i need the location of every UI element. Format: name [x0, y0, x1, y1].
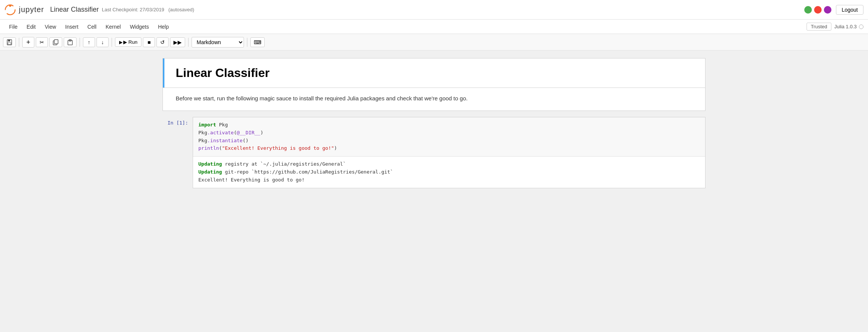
output-line-2: Updating git-repo `https://github.com/Ju…: [198, 168, 700, 176]
description-text: Before we start, run the following magic…: [176, 94, 692, 103]
svg-rect-3: [8, 40, 10, 42]
menu-view[interactable]: View: [40, 22, 61, 32]
toolbar-sep-5: [247, 38, 247, 47]
restart-button[interactable]: ↺: [156, 37, 169, 47]
menu-cell[interactable]: Cell: [83, 22, 101, 32]
purple-dot: [824, 6, 831, 14]
green-dot: [804, 6, 812, 14]
jupyter-wordmark: jupyter: [19, 5, 44, 14]
kw-import: import: [198, 122, 216, 128]
description-cell: Before we start, run the following magic…: [163, 88, 705, 111]
fast-forward-icon: ▶▶: [173, 39, 182, 45]
code-cell: import Pkg Pkg.activate(@__DIR__) Pkg.in…: [193, 117, 705, 188]
paste-icon: [67, 39, 73, 45]
arrow-up-icon: ↑: [88, 39, 90, 45]
menu-help[interactable]: Help: [153, 22, 173, 32]
svg-point-1: [9, 5, 11, 7]
add-icon: +: [26, 39, 31, 46]
logout-button[interactable]: Logout: [836, 5, 863, 15]
save-icon: [6, 39, 12, 45]
menu-insert[interactable]: Insert: [61, 22, 83, 32]
run-button[interactable]: ▶ ▶ Run: [115, 37, 141, 47]
toolbar-sep-2: [80, 38, 80, 47]
fast-forward-button[interactable]: ▶▶: [170, 37, 185, 47]
code-input[interactable]: import Pkg Pkg.activate(@__DIR__) Pkg.in…: [193, 117, 705, 157]
code-line-3: Pkg.instantiate(): [198, 137, 700, 145]
keyboard-shortcuts-button[interactable]: ⌨: [250, 37, 265, 47]
kernel-info: Julia 1.0.3: [834, 24, 863, 29]
topbar: jupyter Linear Classifier Last Checkpoin…: [0, 0, 868, 20]
jupyter-logo-icon: [5, 4, 16, 15]
menubar: File Edit View Insert Cell Kernel Widget…: [0, 20, 868, 34]
copy-icon: [53, 39, 59, 45]
code-line-2: Pkg.activate(@__DIR__): [198, 129, 700, 137]
heading-cell-content: Linear Classifier: [163, 58, 705, 88]
keyboard-icon: ⌨: [254, 39, 261, 45]
svg-rect-4: [8, 43, 11, 45]
main-content: Linear Classifier Before we start, run t…: [0, 51, 868, 332]
kernel-name: Julia 1.0.3: [834, 24, 857, 29]
logo-area: jupyter: [5, 4, 44, 15]
notebook-title: Linear Classifier: [50, 6, 99, 14]
code-line-4: println("Excellent! Everything is good t…: [198, 144, 700, 152]
move-down-button[interactable]: ↓: [97, 37, 109, 47]
menu-widgets[interactable]: Widgets: [125, 22, 153, 32]
markdown-heading-cell: Linear Classifier: [163, 58, 705, 88]
trusted-badge[interactable]: Trusted: [807, 23, 831, 31]
notebook-heading: Linear Classifier: [176, 66, 694, 80]
toolbar-sep-3: [112, 38, 112, 47]
cut-cell-button[interactable]: ✂: [36, 37, 48, 47]
kernel-status-circle: [859, 25, 863, 29]
cut-icon: ✂: [40, 39, 44, 45]
red-dot: [814, 6, 822, 14]
output-line-1: Updating registry at `~/.julia/registrie…: [198, 160, 700, 168]
checkpoint-info: Last Checkpoint: 27/03/2019 (autosaved): [102, 7, 194, 12]
menu-edit[interactable]: Edit: [22, 22, 40, 32]
toolbar: + ✂ ↑ ↓ ▶ ▶ Run ■ ↺ ▶▶ Markdown Code Ra: [0, 34, 868, 51]
output-line-3: Excellent! Everything is good to go!: [198, 176, 700, 184]
run-icon: ▶: [119, 40, 123, 45]
restart-icon: ↺: [160, 39, 165, 45]
toolbar-sep-1: [19, 38, 19, 47]
stop-icon: ■: [147, 39, 150, 45]
kernel-dots: [804, 6, 831, 14]
menu-kernel[interactable]: Kernel: [101, 22, 125, 32]
cell-label: In [1]:: [163, 117, 193, 188]
paste-cell-button[interactable]: [64, 37, 77, 47]
run-label: ▶ Run: [123, 39, 137, 45]
topbar-right: Logout: [804, 5, 863, 15]
notebook-container: Linear Classifier Before we start, run t…: [151, 58, 717, 188]
save-button[interactable]: [3, 37, 16, 47]
code-output: Updating registry at `~/.julia/registrie…: [193, 157, 705, 188]
menu-file[interactable]: File: [5, 22, 22, 32]
code-line-1: import Pkg: [198, 121, 700, 129]
cell-type-select[interactable]: Markdown Code Raw NBConvert Heading: [192, 37, 244, 48]
stop-button[interactable]: ■: [143, 37, 155, 47]
copy-cell-button[interactable]: [49, 37, 62, 47]
toolbar-sep-4: [188, 38, 189, 47]
add-cell-button[interactable]: +: [22, 37, 34, 48]
arrow-down-icon: ↓: [101, 39, 104, 45]
code-cell-wrapper: In [1]: import Pkg Pkg.activate(@__DIR__…: [163, 117, 705, 188]
svg-rect-6: [54, 40, 58, 44]
move-up-button[interactable]: ↑: [83, 37, 95, 47]
